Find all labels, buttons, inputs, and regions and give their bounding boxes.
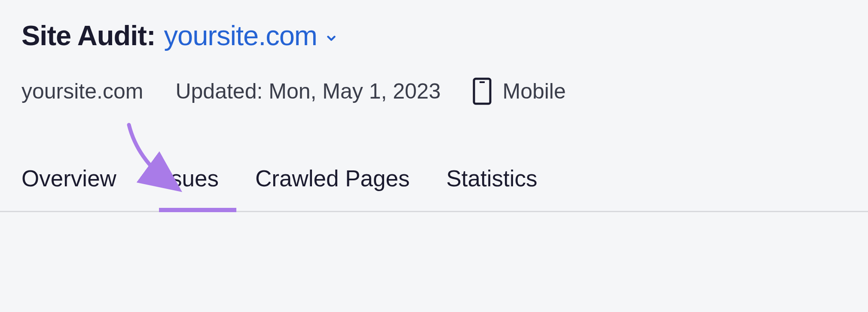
tabs-nav: Overview Issues Crawled Pages Statistics	[0, 165, 868, 212]
tab-crawled-pages[interactable]: Crawled Pages	[255, 165, 410, 211]
device-label: Mobile	[502, 79, 565, 104]
page-title: Site Audit:	[21, 19, 156, 52]
tab-statistics[interactable]: Statistics	[446, 165, 537, 211]
active-tab-indicator	[159, 208, 236, 212]
mobile-icon	[473, 77, 492, 105]
domain-dropdown-label: yoursite.com	[164, 19, 317, 52]
meta-domain-text: yoursite.com	[21, 79, 143, 104]
chevron-down-icon	[325, 32, 338, 45]
meta-updated-text: Updated: Mon, May 1, 2023	[175, 79, 440, 104]
meta-row: yoursite.com Updated: Mon, May 1, 2023 M…	[21, 77, 847, 105]
tab-issues[interactable]: Issues	[153, 165, 219, 211]
tab-overview[interactable]: Overview	[21, 165, 116, 211]
domain-dropdown[interactable]: yoursite.com	[164, 19, 338, 52]
page-header: Site Audit: yoursite.com yoursite.com Up…	[0, 0, 868, 105]
device-indicator: Mobile	[473, 77, 565, 105]
title-row: Site Audit: yoursite.com	[21, 19, 847, 52]
